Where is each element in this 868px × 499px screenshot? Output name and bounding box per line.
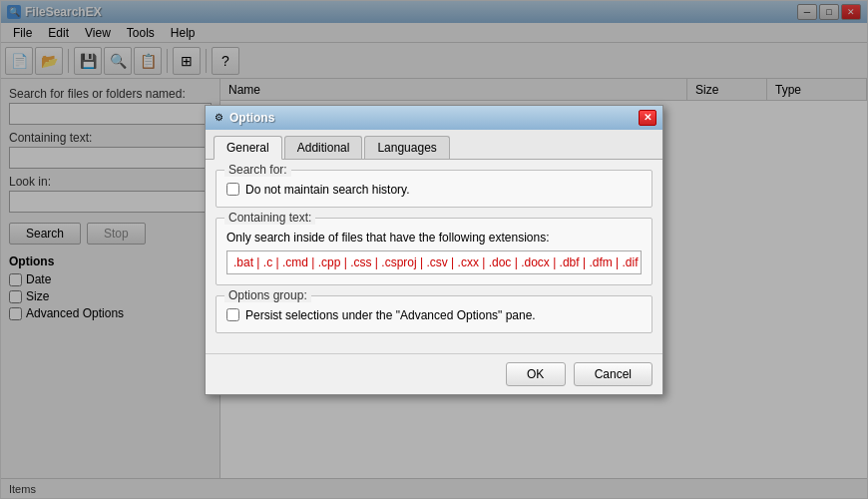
- main-window: 🔍 FileSearchEX ─ □ ✕ File Edit View Tool…: [0, 0, 868, 499]
- dialog-title-text: Options: [229, 111, 274, 125]
- cancel-button[interactable]: Cancel: [574, 362, 652, 386]
- extensions-description: Only search inside of files that have th…: [226, 231, 642, 245]
- tab-languages[interactable]: Languages: [364, 136, 449, 159]
- search-history-checkbox[interactable]: [226, 183, 239, 196]
- containing-text-section-content: Only search inside of files that have th…: [217, 219, 651, 284]
- tab-general[interactable]: General: [214, 136, 282, 160]
- options-group-title: Options group:: [224, 288, 311, 302]
- dialog-title-bar: ⚙ Options ✕: [206, 106, 662, 130]
- containing-text-section: Containing text: Only search inside of f…: [216, 218, 652, 285]
- search-for-section: Search for: Do not maintain search histo…: [216, 170, 652, 208]
- dialog-close-button[interactable]: ✕: [639, 110, 656, 126]
- search-for-section-title: Search for:: [224, 163, 291, 177]
- options-dialog: ⚙ Options ✕ General Additional Languages…: [205, 105, 663, 395]
- dialog-tabs: General Additional Languages: [206, 130, 662, 160]
- persist-label: Persist selections under the "Advanced O…: [245, 308, 536, 322]
- containing-text-section-title: Containing text:: [224, 211, 315, 225]
- dialog-content: Search for: Do not maintain search histo…: [206, 160, 662, 353]
- search-history-checkbox-row: Do not maintain search history.: [226, 183, 642, 197]
- search-history-label: Do not maintain search history.: [245, 183, 410, 197]
- dialog-icon: ⚙: [212, 111, 225, 125]
- persist-checkbox-row: Persist selections under the "Advanced O…: [226, 308, 642, 322]
- dialog-buttons: OK Cancel: [206, 353, 662, 394]
- tab-additional[interactable]: Additional: [284, 136, 363, 159]
- ok-button[interactable]: OK: [506, 362, 566, 386]
- dialog-title-left: ⚙ Options: [212, 111, 274, 125]
- options-group-section: Options group: Persist selections under …: [216, 295, 652, 333]
- modal-overlay: ⚙ Options ✕ General Additional Languages…: [1, 1, 867, 498]
- persist-checkbox[interactable]: [226, 308, 239, 321]
- extensions-list[interactable]: .bat | .c | .cmd | .cpp | .css | .csproj…: [226, 250, 642, 274]
